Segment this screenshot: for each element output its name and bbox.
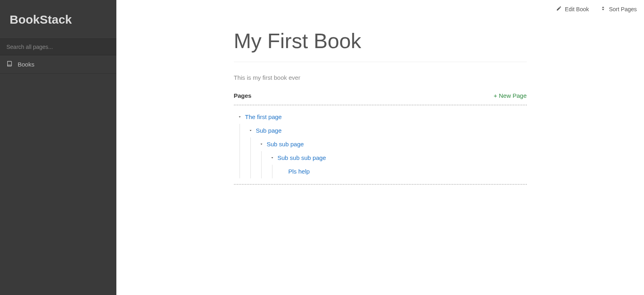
tree-item: Sub sub page <box>259 137 527 151</box>
tree-item: Pls help <box>280 165 527 178</box>
book-title: My First Book <box>234 29 527 53</box>
chevron-down-icon[interactable] <box>259 141 264 147</box>
sidebar-item-label: Books <box>18 61 35 68</box>
search-container <box>0 38 116 55</box>
content-area: My First Book This is my first book ever… <box>234 0 527 201</box>
sort-icon <box>600 6 606 12</box>
tree-item: The first page <box>237 110 527 124</box>
page-link-subsub[interactable]: Sub sub page <box>267 141 304 148</box>
pencil-icon <box>556 6 562 12</box>
tree-item: Sub sub sub page <box>270 151 527 165</box>
brand-title[interactable]: BookStack <box>0 0 116 38</box>
edit-book-label: Edit Book <box>565 6 589 12</box>
sort-pages-label: Sort Pages <box>609 6 637 12</box>
main-content: Edit Book Sort Pages My First Book This … <box>116 0 644 295</box>
page-link-sub[interactable]: Sub page <box>256 127 282 134</box>
page-link-plshelp[interactable]: Pls help <box>288 168 310 175</box>
chevron-down-icon[interactable] <box>248 128 254 133</box>
search-input[interactable] <box>0 39 116 55</box>
title-separator <box>234 62 527 62</box>
chevron-down-icon[interactable] <box>270 155 275 161</box>
chevron-down-icon[interactable] <box>237 114 243 120</box>
dotted-separator-bottom <box>234 184 527 185</box>
book-icon <box>6 61 13 68</box>
tree-item: Sub page <box>248 124 527 137</box>
new-page-button[interactable]: + New Page <box>494 92 526 99</box>
pages-label: Pages <box>234 92 252 99</box>
edit-book-button[interactable]: Edit Book <box>556 6 589 12</box>
sidebar-item-books[interactable]: Books <box>0 55 116 74</box>
pages-header: Pages + New Page <box>234 92 527 99</box>
page-tree: The first page Sub page <box>234 105 527 184</box>
sidebar: BookStack Books <box>0 0 116 295</box>
page-link-first[interactable]: The first page <box>245 113 282 120</box>
sort-pages-button[interactable]: Sort Pages <box>600 6 637 12</box>
top-actions: Edit Book Sort Pages <box>556 6 637 12</box>
book-description: This is my first book ever <box>234 74 527 81</box>
page-link-subsubsub[interactable]: Sub sub sub page <box>278 154 326 161</box>
